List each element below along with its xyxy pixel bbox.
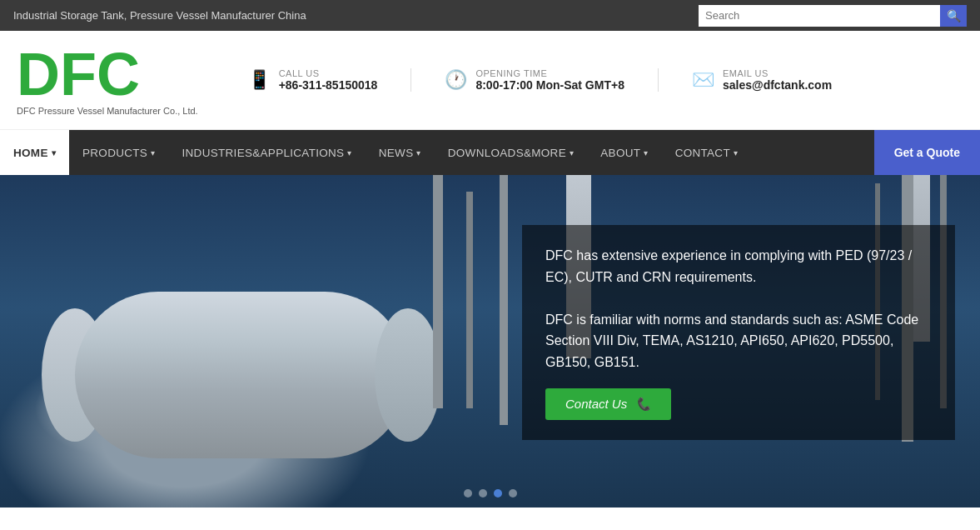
- news-arrow: ▾: [416, 148, 420, 158]
- hero-text-overlay: DFC has extensive experience in complyin…: [522, 225, 955, 440]
- nav-items: HOME ▾ PRODUCTS ▾ INDUSTRIES&APPLICATION…: [0, 130, 874, 175]
- email-value: sales@dfctank.com: [723, 78, 832, 92]
- pipe-1: [433, 175, 443, 408]
- hero-paragraph: DFC has extensive experience in complyin…: [545, 245, 932, 373]
- nav-products[interactable]: PRODUCTS ▾: [69, 130, 168, 175]
- nav-contact[interactable]: CONTACT ▾: [662, 130, 752, 175]
- contact-phone-icon: 📞: [635, 397, 651, 411]
- site-header: DFC DFC Pressure Vessel Manufacturer Co.…: [0, 31, 980, 130]
- logo[interactable]: DFC: [17, 44, 198, 104]
- phone-icon: 📱: [248, 69, 271, 91]
- email-icon: ✉️: [692, 69, 714, 91]
- nav-industries[interactable]: INDUSTRIES&APPLICATIONS ▾: [168, 130, 365, 175]
- search-area: 🔍: [699, 5, 967, 27]
- contact-us-button[interactable]: Contact Us 📞: [545, 388, 671, 420]
- opening-label: OPENING TIME: [475, 68, 624, 78]
- logo-subtitle: DFC Pressure Vessel Manufacturer Co., Lt…: [17, 106, 198, 116]
- search-input[interactable]: [699, 5, 940, 27]
- call-us-block: 📱 CALL US +86-311-85150018: [248, 68, 412, 92]
- hero-text-line1: DFC has extensive experience in complyin…: [545, 248, 912, 284]
- carousel-dot-2[interactable]: [479, 489, 487, 498]
- nav-news[interactable]: NEWS ▾: [366, 130, 435, 175]
- products-arrow: ▾: [151, 148, 155, 158]
- search-button[interactable]: 🔍: [940, 5, 967, 27]
- call-value: +86-311-85150018: [279, 78, 378, 92]
- pipe-2: [466, 192, 473, 408]
- carousel-dot-3[interactable]: [494, 489, 502, 498]
- tank-body: [75, 292, 408, 458]
- nav-downloads[interactable]: DOWNLOADS&MORE ▾: [435, 130, 588, 175]
- carousel-dot-4[interactable]: [509, 489, 517, 498]
- nav-home[interactable]: HOME ▾: [0, 130, 69, 175]
- logo-area: DFC DFC Pressure Vessel Manufacturer Co.…: [17, 44, 198, 116]
- industries-arrow: ▾: [347, 148, 351, 158]
- call-label: CALL US: [279, 68, 378, 78]
- tank-cap-right: [375, 308, 441, 442]
- header-info: 📱 CALL US +86-311-85150018 🕐 OPENING TIM…: [248, 68, 832, 92]
- site-tagline: Industrial Storage Tank, Pressure Vessel…: [13, 9, 306, 22]
- nav-about[interactable]: ABOUT ▾: [587, 130, 661, 175]
- contact-us-label: Contact Us: [565, 397, 627, 411]
- opening-time-block: 🕐 OPENING TIME 8:00-17:00 Mon-Sat GMT+8: [445, 68, 659, 92]
- home-arrow: ▾: [52, 148, 56, 158]
- pipe-3: [500, 175, 508, 425]
- top-bar: Industrial Storage Tank, Pressure Vessel…: [0, 0, 980, 31]
- hero-section: DFC has extensive experience in complyin…: [0, 175, 980, 508]
- about-arrow: ▾: [644, 148, 648, 158]
- contact-arrow: ▾: [734, 148, 738, 158]
- clock-icon: 🕐: [445, 69, 467, 91]
- carousel-dot-1[interactable]: [464, 489, 472, 498]
- downloads-arrow: ▾: [570, 148, 574, 158]
- opening-value: 8:00-17:00 Mon-Sat GMT+8: [475, 78, 624, 92]
- email-block: ✉️ EMAIL US sales@dfctank.com: [692, 68, 832, 92]
- get-quote-button[interactable]: Get a Quote: [874, 130, 980, 175]
- hero-text-line2: DFC is familiar with norms and standards…: [545, 312, 918, 369]
- carousel-dots: [464, 489, 517, 498]
- email-label: EMAIL US: [723, 68, 832, 78]
- main-navbar: HOME ▾ PRODUCTS ▾ INDUSTRIES&APPLICATION…: [0, 130, 980, 175]
